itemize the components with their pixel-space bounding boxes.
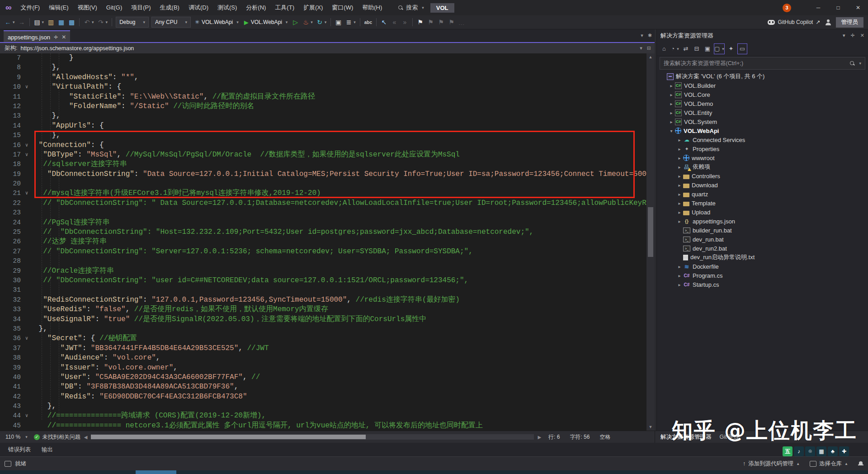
code-line[interactable]: 12 "FolderName": "/Static" //访问时此路径时的别名 xyxy=(0,102,646,111)
code-line[interactable]: 43 }, xyxy=(0,402,646,411)
minimize-button[interactable]: ─ xyxy=(808,0,828,15)
schema-bar-button-0[interactable]: ▾ xyxy=(640,45,642,51)
panel-tab-1[interactable]: 输出 xyxy=(37,444,57,455)
fold-chevron-icon[interactable]: ∨ xyxy=(23,189,31,198)
expander-icon[interactable]: ▸ xyxy=(668,83,675,88)
vertical-scrollbar[interactable]: ▲ ▼ xyxy=(646,53,655,431)
bookmark-prev-icon[interactable]: ⚑ xyxy=(425,17,436,28)
document-outline-icon[interactable]: ≣▾ xyxy=(344,17,358,28)
preview-selected-icon[interactable]: ▭ xyxy=(737,43,747,54)
feedback-notification-badge[interactable]: 3 xyxy=(783,4,791,12)
solution-explorer-search-input[interactable]: 搜索解决方案资源管理器(Ctrl+;) ▾ xyxy=(660,57,865,70)
pointer-icon[interactable]: ↖ xyxy=(379,17,389,28)
code-line[interactable]: 30 // "DbConnectionString": "user id=C##… xyxy=(0,276,646,285)
restart-button[interactable]: ↻▾ xyxy=(315,17,329,28)
expander-icon[interactable]: ▸ xyxy=(668,119,675,124)
code-line[interactable]: 18 //sqlserver连接字符串 xyxy=(0,160,646,169)
code-line[interactable]: 15 }, xyxy=(0,131,646,140)
code-line[interactable]: 32 "RedisConnectionString": "127.0.0.1,P… xyxy=(0,295,646,305)
tree-item-download[interactable]: ▸Download xyxy=(657,180,868,190)
expander-icon[interactable]: ▸ xyxy=(676,183,683,188)
scroll-down-icon[interactable]: ▼ xyxy=(649,423,653,431)
tree-item-wwwroot[interactable]: ▸wwwroot xyxy=(657,153,868,162)
schema-bar-buttons[interactable]: ▾⊟ xyxy=(640,45,651,51)
menubar-item-5[interactable]: 生成(B) xyxy=(156,0,184,15)
redo-icon[interactable]: ↷▾ xyxy=(96,17,110,28)
expander-icon[interactable]: ▸ xyxy=(676,165,683,170)
expander-icon[interactable]: ▸ xyxy=(668,110,675,115)
expander-icon[interactable]: ▸ xyxy=(676,174,683,179)
code-line[interactable]: 10∨ "VirtualPath": { xyxy=(0,82,646,92)
horizontal-scrollbar[interactable] xyxy=(91,434,534,440)
properties-window-icon[interactable]: ▣ xyxy=(703,44,712,54)
code-line[interactable]: 21∨ //mysql连接字符串(升级EFCore3.1到时已将mysql连接字… xyxy=(0,189,646,198)
menubar-item-1[interactable]: 编辑(E) xyxy=(44,0,73,15)
tree-item-vol.demo[interactable]: ▸C#VOL.Demo xyxy=(657,99,868,108)
more-commands-icon[interactable]: ﹍ xyxy=(457,17,467,28)
expander-icon[interactable]: ▸ xyxy=(668,92,675,97)
code-line[interactable]: 19 "DbConnectionString": "Data Source=12… xyxy=(0,170,646,179)
code-line[interactable]: 11 "StaticFile": "E:\\Web\\Static", //配置… xyxy=(0,92,646,102)
code-line[interactable]: 9 "AllowedHosts": "*", xyxy=(0,73,646,82)
tree-item-dev-run2.bat[interactable]: >_dev_run2.bat xyxy=(657,244,868,253)
code-line[interactable]: 24 //PgSql连接字符串 xyxy=(0,218,646,228)
fold-chevron-icon[interactable]: ∨ xyxy=(23,82,31,92)
tree-item-builder-run.bat[interactable]: >_builder_run.bat xyxy=(657,226,868,235)
expander-icon[interactable]: ▸ xyxy=(676,273,683,278)
menubar-item-12[interactable]: 帮助(H) xyxy=(358,0,387,15)
code-line[interactable]: 25 // "DbConnectionString": "Host=132.23… xyxy=(0,228,646,237)
code-line[interactable]: 42 "Redis": "E6D90DDBC70C4F4EA3C312B6FCB… xyxy=(0,392,646,402)
tree-item-upload[interactable]: ▸Upload xyxy=(657,208,868,217)
menubar-item-2[interactable]: 视图(V) xyxy=(73,0,102,15)
close-button[interactable]: ✕ xyxy=(848,0,868,15)
select-repository-button[interactable]: 选择仓库 ▲ xyxy=(810,460,848,468)
expander-icon[interactable]: ▸ xyxy=(676,192,683,197)
tree-item-appsettings.json[interactable]: ▸{}appsettings.json xyxy=(657,217,868,226)
bookmark-clear-icon[interactable]: ⚑ xyxy=(446,17,457,28)
code-line[interactable]: 31 xyxy=(0,285,646,295)
tree-item-connected-services[interactable]: ▸☁Connected Services xyxy=(657,135,868,144)
close-icon[interactable]: ✕ xyxy=(860,33,864,38)
show-all-files-icon[interactable]: ▢▾ xyxy=(714,43,725,54)
notification-bell-icon[interactable] xyxy=(858,461,863,466)
add-to-source-control-button[interactable]: ↑ 添加到源代码管理 ▲ xyxy=(743,460,800,468)
start-debugging-button[interactable]: ▶ VOL.WebApi▾ xyxy=(244,19,288,26)
code-line[interactable]: 27 // "DbConnectionString": "Server=127.… xyxy=(0,247,646,256)
open-file-icon[interactable]: ▥ xyxy=(46,17,56,28)
new-file-icon[interactable]: ▤▾ xyxy=(32,17,46,28)
code-line[interactable]: 29 //Oracle连接字符串 xyxy=(0,266,646,276)
pending-changes-filter-icon[interactable]: ◔▾ xyxy=(670,44,679,54)
document-well-button-0[interactable]: ▾ xyxy=(641,33,643,38)
fold-chevron-icon[interactable]: ∨ xyxy=(23,141,31,150)
tree-item-quartz[interactable]: ▸quartz xyxy=(657,190,868,199)
code-line[interactable]: 38 "Audience": "vol.core", xyxy=(0,353,646,363)
undo-icon[interactable]: ↶▾ xyxy=(82,17,96,28)
expander-icon[interactable]: ▸ xyxy=(676,137,683,142)
tree-item-properties[interactable]: ▸✦Properties xyxy=(657,144,868,153)
browse-definition-icon[interactable]: ▣ xyxy=(333,17,344,28)
code-editor[interactable]: 7 }8 },9 "AllowedHosts": "*",10∨ "Virtua… xyxy=(0,53,655,431)
close-tab-icon[interactable]: ✕ xyxy=(61,34,66,40)
code-line[interactable]: 28 xyxy=(0,256,646,266)
expander-icon[interactable]: ▸ xyxy=(676,156,683,161)
expander-icon[interactable]: ▸ xyxy=(676,147,683,152)
bookmark-icon[interactable]: ⚑ xyxy=(415,17,425,28)
indent-icon[interactable]: » xyxy=(400,17,410,28)
tree-item-vol.builder[interactable]: ▸C#VOL.Builder xyxy=(657,81,868,90)
code-line[interactable]: 8 }, xyxy=(0,63,646,72)
fold-chevron-icon[interactable]: ∨ xyxy=(23,411,31,421)
tree-item-vol.entity[interactable]: ▸C#VOL.Entity xyxy=(657,108,868,117)
code-line[interactable]: 14 "AppUrls": { xyxy=(0,121,646,131)
home-icon[interactable]: ⌂ xyxy=(660,44,669,54)
tree-item--[interactable]: ▸品依赖项 xyxy=(657,162,868,171)
spell-check-icon[interactable]: abc xyxy=(363,17,374,28)
save-icon[interactable]: ▦ xyxy=(56,17,66,28)
fold-chevron-icon[interactable]: ∨ xyxy=(23,334,31,343)
navigate-back-icon[interactable]: ←▾ xyxy=(3,17,17,28)
code-line[interactable]: 45 //=============== netcore3.1必须配置此属性 多… xyxy=(0,421,646,431)
code-line[interactable]: 22 // "DbConnectionString": " Data Sourc… xyxy=(0,199,646,208)
panel-header-buttons[interactable]: ▾✛✕ xyxy=(843,33,864,38)
menubar-item-0[interactable]: 文件(F) xyxy=(16,0,45,15)
menubar-item-8[interactable]: 分析(N) xyxy=(241,0,270,15)
tree-item-vol.system[interactable]: ▸C#VOL.System xyxy=(657,117,868,126)
